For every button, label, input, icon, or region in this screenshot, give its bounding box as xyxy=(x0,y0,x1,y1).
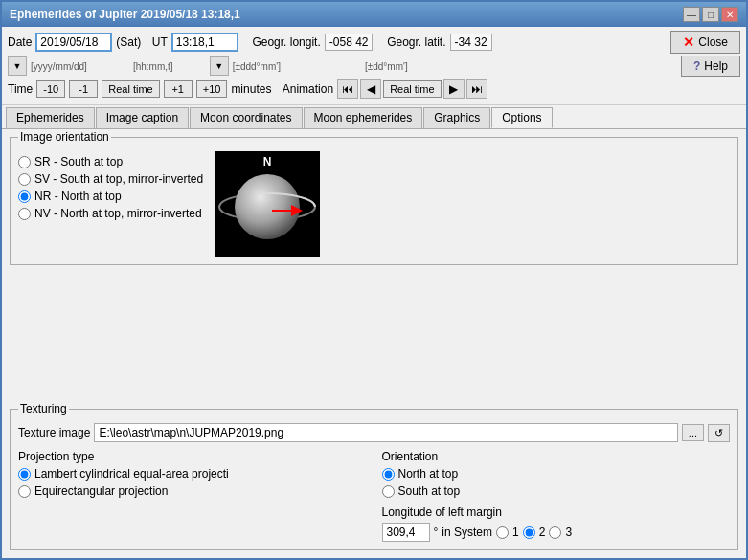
time-minus1-button[interactable]: -1 xyxy=(69,80,98,98)
texture-image-row: Texture image ... ↺ xyxy=(18,423,730,442)
title-bar: Ephemerides of Jupiter 2019/05/18 13:18,… xyxy=(2,2,746,27)
orient-radio-group: North at top South at top xyxy=(382,467,731,498)
ut-input[interactable] xyxy=(171,33,238,52)
close-button[interactable]: ✕ Close xyxy=(670,31,740,54)
radio-nr[interactable]: NR - North at top xyxy=(18,190,203,203)
projection-label: Projection type xyxy=(18,450,367,463)
maximize-button[interactable]: □ xyxy=(702,7,719,22)
radio-sys3-input[interactable] xyxy=(549,526,561,539)
time-minus10-button[interactable]: -10 xyxy=(36,80,65,98)
date-dropdown[interactable]: ▼ xyxy=(8,56,27,76)
radio-sv-label: SV - South at top, mirror-inverted xyxy=(34,172,203,186)
time-plus10-button[interactable]: +10 xyxy=(196,80,228,98)
proj-orient-row: Projection type Lambert cylindrical equa… xyxy=(18,450,730,542)
image-orientation-label: Image orientation xyxy=(18,130,111,144)
longitude-input[interactable] xyxy=(382,523,430,542)
longitude-label: Longitude of left margin xyxy=(382,505,731,519)
minimize-button[interactable]: — xyxy=(683,7,700,22)
longitude-row: ° in System 1 2 xyxy=(382,523,731,542)
radio-sys3[interactable]: 3 xyxy=(549,526,572,539)
close-x-icon: ✕ xyxy=(683,34,694,50)
window-close-button[interactable]: ✕ xyxy=(721,7,738,22)
close-button-label: Close xyxy=(698,35,728,49)
radio-sys1[interactable]: 1 xyxy=(496,526,519,539)
radio-sys1-input[interactable] xyxy=(496,526,509,539)
planet-svg xyxy=(215,151,320,257)
radio-sys2-label: 2 xyxy=(539,526,546,539)
tab-moon-coordinates[interactable]: Moon coordinates xyxy=(190,107,302,128)
geogr-long-value: -058 42 xyxy=(329,35,369,49)
radio-sys1-label: 1 xyxy=(512,526,519,539)
radio-equirect[interactable]: Equirectangular projection xyxy=(18,484,367,498)
radio-south-top-label: South at top xyxy=(398,484,461,498)
radio-north-top-input[interactable] xyxy=(382,468,395,481)
image-orientation-section: Image orientation SR - South at top SV -… xyxy=(10,137,738,265)
projection-radio-group: Lambert cylindrical equal-area projecti … xyxy=(18,467,367,498)
radio-south-top-input[interactable] xyxy=(382,485,395,498)
radio-sv[interactable]: SV - South at top, mirror-inverted xyxy=(18,172,203,186)
radio-nv[interactable]: NV - North at top, mirror-inverted xyxy=(18,207,203,220)
tab-graphics[interactable]: Graphics xyxy=(423,107,490,128)
radio-sr-input[interactable] xyxy=(18,156,31,168)
long-dropdown[interactable]: ▼ xyxy=(210,56,229,76)
browse-button[interactable]: ... xyxy=(682,424,704,441)
ut-label: UT xyxy=(152,35,168,49)
texturing-area: Texturing Texture image ... ↺ Projection… xyxy=(10,409,738,550)
radio-equirect-input[interactable] xyxy=(18,485,31,498)
radio-sv-input[interactable] xyxy=(18,173,31,186)
realtime2-button[interactable]: Real time xyxy=(383,80,441,98)
radio-nv-input[interactable] xyxy=(18,208,31,220)
anim-start-button[interactable]: ⏮ xyxy=(337,79,358,99)
date-input[interactable] xyxy=(35,33,112,52)
orientation-section: Orientation North at top South at top xyxy=(382,450,731,542)
reset-button[interactable]: ↺ xyxy=(708,424,730,442)
tab-options[interactable]: Options xyxy=(491,107,552,128)
help-button[interactable]: ? Help xyxy=(681,56,740,77)
tab-moon-ephemerides[interactable]: Moon ephemerides xyxy=(304,107,423,128)
content-area: Image orientation SR - South at top SV -… xyxy=(2,129,746,551)
radio-nr-label: NR - North at top xyxy=(34,190,122,203)
window-controls: — □ ✕ xyxy=(683,7,738,22)
day-label: (Sat) xyxy=(116,35,141,49)
texturing-label: Texturing xyxy=(18,402,69,415)
anim-next-button[interactable]: ▶ xyxy=(443,79,465,99)
orientation-radio-group: SR - South at top SV - South at top, mir… xyxy=(18,155,203,257)
texture-path-input[interactable] xyxy=(94,423,677,442)
tab-ephemerides[interactable]: Ephemerides xyxy=(6,107,95,128)
radio-lambert[interactable]: Lambert cylindrical equal-area projecti xyxy=(18,467,367,481)
geogr-lat-field: -34 32 xyxy=(450,34,492,51)
anim-end-button[interactable]: ⏭ xyxy=(466,79,487,99)
geogr-long-field: -058 42 xyxy=(325,34,374,51)
radio-sr-label: SR - South at top xyxy=(34,155,123,168)
svg-point-1 xyxy=(235,174,300,239)
geogr-long-label: Geogr. longit. xyxy=(252,35,320,49)
main-window: Ephemerides of Jupiter 2019/05/18 13:18,… xyxy=(0,0,748,560)
planet-inner: N xyxy=(215,151,320,257)
long-hint: [±ddd°mm'] xyxy=(233,61,281,72)
radio-sr[interactable]: SR - South at top xyxy=(18,155,203,168)
time-row: Time -10 -1 Real time +1 +10 minutes Ani… xyxy=(8,79,740,99)
radio-south-top[interactable]: South at top xyxy=(382,484,731,498)
geogr-lat-label: Geogr. latit. xyxy=(387,35,445,49)
texturing-section: Texturing Texture image ... ↺ Projection… xyxy=(10,409,738,550)
radio-north-top-label: North at top xyxy=(398,467,459,481)
help-button-label: Help xyxy=(704,59,728,73)
radio-nr-input[interactable] xyxy=(18,190,31,203)
planet-preview: N xyxy=(215,151,320,257)
ut-hint: [hh:mm,t] xyxy=(133,61,173,72)
geogr-lat-value: -34 32 xyxy=(455,35,487,49)
time-label: Time xyxy=(8,82,33,96)
radio-lambert-label: Lambert cylindrical equal-area projecti xyxy=(34,467,229,481)
tab-bar: Ephemerides Image caption Moon coordinat… xyxy=(2,107,746,129)
anim-prev-button[interactable]: ◀ xyxy=(360,79,381,99)
longitude-area: Longitude of left margin ° in System 1 xyxy=(382,505,731,542)
radio-sys2-input[interactable] xyxy=(523,526,535,539)
time-plus1-button[interactable]: +1 xyxy=(164,80,193,98)
radio-north-top[interactable]: North at top xyxy=(382,467,731,481)
animation-controls: ⏮ ◀ Real time ▶ ⏭ xyxy=(337,79,487,99)
radio-sys2[interactable]: 2 xyxy=(523,526,546,539)
realtime-button[interactable]: Real time xyxy=(102,80,159,98)
radio-equirect-label: Equirectangular projection xyxy=(34,484,168,498)
tab-image-caption[interactable]: Image caption xyxy=(96,107,189,128)
radio-lambert-input[interactable] xyxy=(18,468,31,481)
